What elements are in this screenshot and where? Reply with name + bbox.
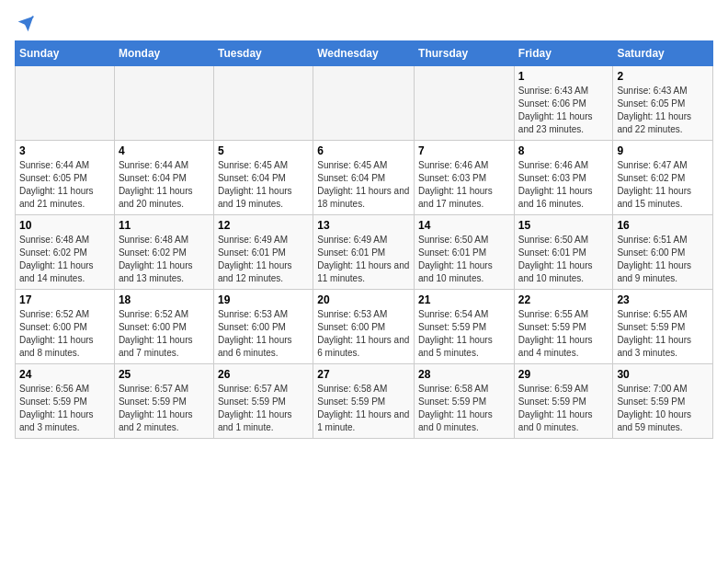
calendar-cell: 1Sunrise: 6:43 AM Sunset: 6:06 PM Daylig…: [514, 66, 613, 141]
calendar-cell: 2Sunrise: 6:43 AM Sunset: 6:05 PM Daylig…: [613, 66, 713, 141]
calendar-cell: 29Sunrise: 6:59 AM Sunset: 5:59 PM Dayli…: [514, 364, 613, 439]
calendar-cell: 22Sunrise: 6:55 AM Sunset: 5:59 PM Dayli…: [514, 290, 613, 364]
weekday-header-tuesday: Tuesday: [213, 41, 313, 66]
day-number: 29: [518, 368, 609, 381]
calendar-cell: 3Sunrise: 6:44 AM Sunset: 6:05 PM Daylig…: [16, 141, 115, 215]
day-number: 21: [418, 293, 510, 306]
weekday-header-saturday: Saturday: [613, 41, 713, 66]
calendar-cell: 17Sunrise: 6:52 AM Sunset: 6:00 PM Dayli…: [16, 290, 115, 364]
day-number: 16: [617, 219, 709, 232]
calendar-cell: 19Sunrise: 6:53 AM Sunset: 6:00 PM Dayli…: [213, 290, 313, 364]
day-info: Sunrise: 6:57 AM Sunset: 5:59 PM Dayligh…: [218, 383, 309, 434]
calendar-cell: 14Sunrise: 6:50 AM Sunset: 6:01 PM Dayli…: [415, 215, 515, 290]
day-number: 24: [19, 368, 110, 381]
calendar-cell: 4Sunrise: 6:44 AM Sunset: 6:04 PM Daylig…: [114, 141, 213, 215]
day-info: Sunrise: 6:50 AM Sunset: 6:01 PM Dayligh…: [518, 234, 609, 285]
calendar-cell: [313, 66, 415, 141]
day-number: 14: [418, 219, 510, 232]
calendar-table: SundayMondayTuesdayWednesdayThursdayFrid…: [15, 40, 713, 439]
page-header: [15, 15, 713, 29]
calendar-cell: [213, 66, 313, 141]
logo: [15, 15, 35, 29]
day-info: Sunrise: 6:48 AM Sunset: 6:02 PM Dayligh…: [19, 234, 110, 285]
day-number: 17: [19, 293, 110, 306]
day-number: 10: [19, 219, 110, 232]
day-info: Sunrise: 6:45 AM Sunset: 6:04 PM Dayligh…: [317, 159, 410, 211]
day-info: Sunrise: 6:49 AM Sunset: 6:01 PM Dayligh…: [317, 234, 410, 285]
day-info: Sunrise: 6:46 AM Sunset: 6:03 PM Dayligh…: [418, 159, 510, 211]
calendar-cell: 27Sunrise: 6:58 AM Sunset: 5:59 PM Dayli…: [313, 364, 415, 439]
calendar-cell: 16Sunrise: 6:51 AM Sunset: 6:00 PM Dayli…: [613, 215, 713, 290]
calendar-cell: 11Sunrise: 6:48 AM Sunset: 6:02 PM Dayli…: [114, 215, 213, 290]
day-info: Sunrise: 6:51 AM Sunset: 6:00 PM Dayligh…: [617, 234, 709, 285]
day-number: 9: [617, 144, 709, 157]
day-number: 6: [317, 144, 410, 157]
day-number: 4: [119, 144, 210, 157]
weekday-header-friday: Friday: [514, 41, 613, 66]
calendar-cell: 15Sunrise: 6:50 AM Sunset: 6:01 PM Dayli…: [514, 215, 613, 290]
day-info: Sunrise: 6:44 AM Sunset: 6:04 PM Dayligh…: [119, 159, 210, 211]
day-number: 27: [317, 368, 410, 381]
calendar-cell: 5Sunrise: 6:45 AM Sunset: 6:04 PM Daylig…: [213, 141, 313, 215]
weekday-row: SundayMondayTuesdayWednesdayThursdayFrid…: [16, 41, 713, 66]
day-number: 26: [218, 368, 309, 381]
day-info: Sunrise: 6:43 AM Sunset: 6:05 PM Dayligh…: [617, 85, 709, 136]
day-info: Sunrise: 7:00 AM Sunset: 5:59 PM Dayligh…: [617, 383, 709, 434]
day-number: 5: [218, 144, 309, 157]
weekday-header-sunday: Sunday: [16, 41, 115, 66]
day-number: 12: [218, 219, 309, 232]
calendar-cell: 6Sunrise: 6:45 AM Sunset: 6:04 PM Daylig…: [313, 141, 415, 215]
day-info: Sunrise: 6:58 AM Sunset: 5:59 PM Dayligh…: [317, 383, 410, 434]
day-info: Sunrise: 6:46 AM Sunset: 6:03 PM Dayligh…: [518, 159, 609, 211]
day-info: Sunrise: 6:53 AM Sunset: 6:00 PM Dayligh…: [218, 308, 309, 360]
weekday-header-wednesday: Wednesday: [313, 41, 415, 66]
calendar-cell: 21Sunrise: 6:54 AM Sunset: 5:59 PM Dayli…: [415, 290, 515, 364]
week-row-5: 24Sunrise: 6:56 AM Sunset: 5:59 PM Dayli…: [16, 364, 713, 439]
day-number: 13: [317, 219, 410, 232]
day-number: 7: [418, 144, 510, 157]
day-info: Sunrise: 6:48 AM Sunset: 6:02 PM Dayligh…: [119, 234, 210, 285]
day-info: Sunrise: 6:47 AM Sunset: 6:02 PM Dayligh…: [617, 159, 709, 211]
day-info: Sunrise: 6:50 AM Sunset: 6:01 PM Dayligh…: [418, 234, 510, 285]
day-number: 20: [317, 293, 410, 306]
calendar-cell: 24Sunrise: 6:56 AM Sunset: 5:59 PM Dayli…: [16, 364, 115, 439]
day-number: 1: [518, 70, 609, 83]
day-info: Sunrise: 6:54 AM Sunset: 5:59 PM Dayligh…: [418, 308, 510, 360]
calendar-cell: 30Sunrise: 7:00 AM Sunset: 5:59 PM Dayli…: [613, 364, 713, 439]
day-number: 3: [19, 144, 110, 157]
weekday-header-monday: Monday: [114, 41, 213, 66]
day-number: 15: [518, 219, 609, 232]
day-info: Sunrise: 6:53 AM Sunset: 6:00 PM Dayligh…: [317, 308, 410, 360]
week-row-4: 17Sunrise: 6:52 AM Sunset: 6:00 PM Dayli…: [16, 290, 713, 364]
day-number: 11: [119, 219, 210, 232]
calendar-cell: 10Sunrise: 6:48 AM Sunset: 6:02 PM Dayli…: [16, 215, 115, 290]
calendar-cell: 28Sunrise: 6:58 AM Sunset: 5:59 PM Dayli…: [415, 364, 515, 439]
calendar-cell: 23Sunrise: 6:55 AM Sunset: 5:59 PM Dayli…: [613, 290, 713, 364]
day-number: 2: [617, 70, 709, 83]
day-info: Sunrise: 6:59 AM Sunset: 5:59 PM Dayligh…: [518, 383, 609, 434]
week-row-3: 10Sunrise: 6:48 AM Sunset: 6:02 PM Dayli…: [16, 215, 713, 290]
day-info: Sunrise: 6:52 AM Sunset: 6:00 PM Dayligh…: [119, 308, 210, 360]
day-number: 22: [518, 293, 609, 306]
week-row-1: 1Sunrise: 6:43 AM Sunset: 6:06 PM Daylig…: [16, 66, 713, 141]
day-number: 19: [218, 293, 309, 306]
week-row-2: 3Sunrise: 6:44 AM Sunset: 6:05 PM Daylig…: [16, 141, 713, 215]
calendar-cell: 12Sunrise: 6:49 AM Sunset: 6:01 PM Dayli…: [213, 215, 313, 290]
day-number: 28: [418, 368, 510, 381]
calendar-header: SundayMondayTuesdayWednesdayThursdayFrid…: [16, 41, 713, 66]
day-info: Sunrise: 6:44 AM Sunset: 6:05 PM Dayligh…: [19, 159, 110, 211]
day-number: 23: [617, 293, 709, 306]
calendar-cell: [114, 66, 213, 141]
day-info: Sunrise: 6:55 AM Sunset: 5:59 PM Dayligh…: [518, 308, 609, 360]
day-info: Sunrise: 6:49 AM Sunset: 6:01 PM Dayligh…: [218, 234, 309, 285]
calendar-cell: 9Sunrise: 6:47 AM Sunset: 6:02 PM Daylig…: [613, 141, 713, 215]
calendar-body: 1Sunrise: 6:43 AM Sunset: 6:06 PM Daylig…: [16, 66, 713, 439]
day-info: Sunrise: 6:52 AM Sunset: 6:00 PM Dayligh…: [19, 308, 110, 360]
day-number: 30: [617, 368, 709, 381]
calendar-cell: 7Sunrise: 6:46 AM Sunset: 6:03 PM Daylig…: [415, 141, 515, 215]
calendar-cell: [415, 66, 515, 141]
calendar-cell: [16, 66, 115, 141]
calendar-cell: 18Sunrise: 6:52 AM Sunset: 6:00 PM Dayli…: [114, 290, 213, 364]
logo-bird-icon: [17, 15, 35, 33]
weekday-header-thursday: Thursday: [415, 41, 515, 66]
